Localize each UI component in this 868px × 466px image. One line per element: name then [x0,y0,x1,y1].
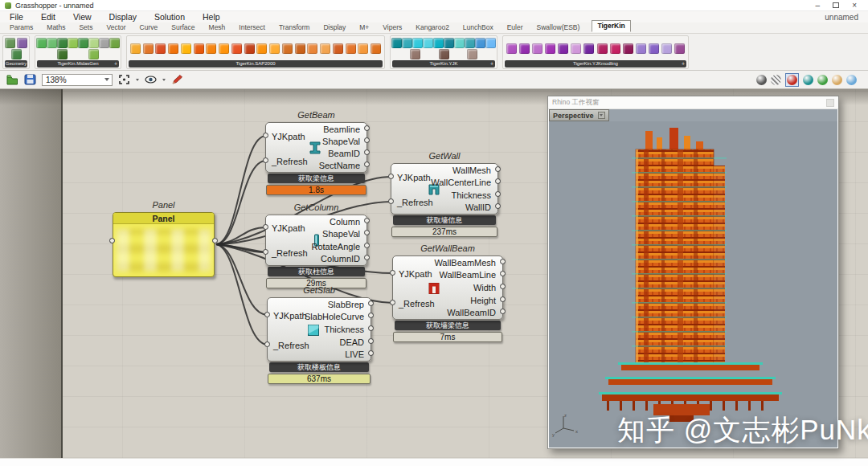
tab-lunchbox[interactable]: LunchBox [461,22,495,32]
component-getcolumn[interactable]: GetColumn YJKpath _Refresh Column ShapeV… [265,215,367,288]
yjk-tool-icon[interactable] [410,49,420,59]
component-getwall[interactable]: GetWall YJKpath _Refresh WallMesh WallCe… [391,163,498,237]
midasgen-tool-icon[interactable] [99,38,109,48]
tab-mesh[interactable]: Mesh [207,22,227,32]
chevron-down-icon[interactable] [136,79,139,81]
midasgen-tool-icon[interactable] [88,49,99,59]
tab-vector[interactable]: Vector [104,22,127,32]
sap2000-tool-icon[interactable] [219,43,229,54]
geometry-tool-icon[interactable] [5,38,15,48]
yjkmodling-tool-icon[interactable] [571,43,581,54]
chevron-down-icon[interactable] [162,79,166,81]
yjk-tool-icon[interactable] [454,38,465,48]
chevron-down-icon[interactable] [598,112,605,119]
sketch-pencil-icon[interactable] [171,74,183,85]
display-mode-sphere-icon[interactable] [771,75,781,85]
yjkmodling-tool-icon[interactable] [545,43,555,54]
yjkmodling-tool-icon[interactable] [583,43,594,54]
yjk-tool-icon[interactable] [444,38,454,48]
input-port[interactable] [264,341,270,347]
sap2000-tool-icon[interactable] [256,43,267,54]
yjk-tool-icon[interactable] [485,38,496,48]
input-port[interactable] [109,238,115,243]
yjkmodling-tool-icon[interactable] [506,43,517,54]
yjkmodling-tool-icon[interactable] [519,43,530,54]
midasgen-tool-icon[interactable] [57,38,68,48]
sap2000-tool-icon[interactable] [155,43,166,54]
component-getwallbeam[interactable]: GetWallBeam YJKpath _Refresh WallBeamMes… [392,255,503,342]
rhino-viewport-window[interactable]: Rhino 工作视窗 Perspective [547,96,839,449]
menu-display[interactable]: Display [109,12,137,22]
output-port[interactable] [364,137,370,143]
display-mode-sphere-icon[interactable] [756,75,767,85]
viewport-title-bar[interactable]: Rhino 工作视窗 [548,96,838,109]
tab-display[interactable]: Display [321,22,347,32]
sap2000-tool-icon[interactable] [371,43,381,54]
yjkmodling-tool-icon[interactable] [623,43,633,54]
zoom-level-dropdown[interactable]: 138% [42,74,113,86]
input-port[interactable] [263,133,268,138]
tab-params[interactable]: Params [8,22,35,32]
input-port[interactable] [388,198,394,204]
sap2000-tool-icon[interactable] [130,43,141,54]
sap2000-tool-icon[interactable] [346,43,356,54]
menu-file[interactable]: File [10,12,23,22]
sap2000-tool-icon[interactable] [231,43,242,54]
sap2000-tool-icon[interactable] [333,43,343,54]
yjkmodling-tool-icon[interactable] [558,43,568,54]
yjkmodling-tool-icon[interactable] [597,43,608,54]
menu-view[interactable]: View [73,12,92,22]
tab-sets[interactable]: Sets [77,22,94,32]
midasgen-tool-icon[interactable] [78,38,88,48]
sap2000-tool-icon[interactable] [282,43,293,54]
tab-vipers[interactable]: Vipers [381,22,403,32]
tab-maths[interactable]: Maths [45,22,67,32]
zoom-extents-icon[interactable] [118,74,130,85]
yjk-tool-icon[interactable] [433,38,444,48]
open-file-icon[interactable] [6,74,18,85]
menu-solution[interactable]: Solution [154,12,185,22]
yjk-tool-icon[interactable] [467,49,477,59]
sap2000-tool-icon[interactable] [307,43,317,54]
input-port[interactable] [388,174,394,179]
output-port[interactable] [364,243,370,248]
menu-help[interactable]: Help [203,12,220,22]
tab-intersect[interactable]: Intersect [237,22,267,32]
output-port[interactable] [368,338,374,344]
sap2000-tool-icon[interactable] [244,43,255,54]
yjkmodling-tool-icon[interactable] [674,43,685,54]
midasgen-tool-icon[interactable] [68,38,78,48]
minimize-button[interactable]: – [816,2,821,10]
input-port[interactable] [263,157,268,163]
component-getbeam[interactable]: GetBeam YJKpath _Refresh Beamline ShapeV… [265,122,367,195]
tab-kangaroo2[interactable]: Kangaroo2 [414,22,451,32]
geometry-tool-icon[interactable] [11,49,22,59]
component-panel[interactable]: Panel Panel [113,212,215,277]
tab-euler[interactable]: Euler [506,22,525,32]
sap2000-tool-icon[interactable] [206,43,216,54]
display-mode-sphere-icon[interactable] [817,75,828,85]
midasgen-tool-icon[interactable] [57,49,68,59]
tab-transform[interactable]: Transform [277,22,311,32]
output-port[interactable] [495,191,501,197]
tab-swallow[interactable]: Swallow(ESB) [535,22,582,32]
sap2000-tool-icon[interactable] [168,43,178,54]
perspective-tab[interactable]: Perspective [549,109,609,121]
yjk-tool-icon[interactable] [439,49,449,59]
yjkmodling-tool-icon[interactable] [532,43,542,54]
display-mode-sphere-icon[interactable] [832,75,842,85]
yjkmodling-tool-icon[interactable] [610,43,620,54]
yjkmodling-tool-icon[interactable] [649,43,659,54]
display-mode-sphere-icon[interactable] [846,75,857,85]
tab-curve[interactable]: Curve [138,22,160,32]
output-port[interactable] [495,166,501,172]
yjk-tool-icon[interactable] [402,38,412,48]
midasgen-tool-icon[interactable] [88,38,99,48]
yjk-tool-icon[interactable] [423,38,433,48]
midasgen-tool-icon[interactable] [36,38,47,48]
output-port[interactable] [368,300,374,306]
close-button[interactable]: × [852,2,857,10]
midasgen-tool-icon[interactable] [109,38,120,48]
output-port[interactable] [364,125,370,131]
yjk-tool-icon[interactable] [475,38,485,48]
